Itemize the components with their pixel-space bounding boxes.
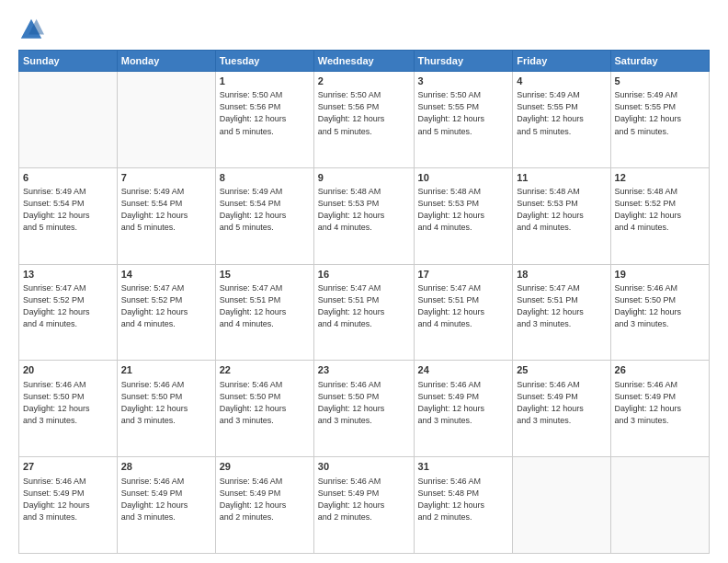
day-info: Sunrise: 5:47 AM Sunset: 5:51 PM Dayligh… bbox=[318, 282, 410, 330]
weekday-header-tuesday: Tuesday bbox=[215, 51, 313, 72]
calendar-week-2: 6Sunrise: 5:49 AM Sunset: 5:54 PM Daylig… bbox=[19, 167, 710, 264]
header bbox=[18, 17, 710, 42]
calendar-cell: 20Sunrise: 5:46 AM Sunset: 5:50 PM Dayli… bbox=[19, 361, 118, 457]
day-info: Sunrise: 5:48 AM Sunset: 5:53 PM Dayligh… bbox=[418, 186, 509, 234]
day-number: 26 bbox=[615, 363, 705, 377]
calendar-cell: 21Sunrise: 5:46 AM Sunset: 5:50 PM Dayli… bbox=[117, 361, 215, 457]
page: SundayMondayTuesdayWednesdayThursdayFrid… bbox=[0, 0, 728, 563]
calendar-cell: 16Sunrise: 5:47 AM Sunset: 5:51 PM Dayli… bbox=[313, 264, 414, 361]
day-number: 11 bbox=[517, 171, 606, 185]
calendar-cell: 11Sunrise: 5:48 AM Sunset: 5:53 PM Dayli… bbox=[513, 167, 610, 264]
day-info: Sunrise: 5:49 AM Sunset: 5:54 PM Dayligh… bbox=[121, 186, 211, 234]
day-number: 27 bbox=[23, 460, 113, 474]
calendar-cell: 12Sunrise: 5:48 AM Sunset: 5:52 PM Dayli… bbox=[610, 167, 709, 264]
day-number: 29 bbox=[220, 460, 310, 474]
logo-icon bbox=[18, 17, 44, 42]
calendar-cell: 23Sunrise: 5:46 AM Sunset: 5:50 PM Dayli… bbox=[313, 361, 414, 457]
day-number: 19 bbox=[615, 268, 705, 282]
day-number: 1 bbox=[220, 75, 310, 88]
day-info: Sunrise: 5:46 AM Sunset: 5:50 PM Dayligh… bbox=[121, 379, 211, 427]
day-number: 24 bbox=[418, 363, 509, 377]
day-info: Sunrise: 5:46 AM Sunset: 5:49 PM Dayligh… bbox=[23, 476, 113, 523]
day-number: 17 bbox=[418, 268, 509, 282]
day-number: 10 bbox=[418, 171, 509, 185]
day-number: 28 bbox=[121, 460, 211, 474]
day-info: Sunrise: 5:46 AM Sunset: 5:50 PM Dayligh… bbox=[615, 282, 705, 330]
logo bbox=[18, 17, 48, 42]
weekday-header-thursday: Thursday bbox=[414, 51, 513, 72]
calendar-cell: 22Sunrise: 5:46 AM Sunset: 5:50 PM Dayli… bbox=[215, 361, 313, 457]
calendar-cell: 2Sunrise: 5:50 AM Sunset: 5:56 PM Daylig… bbox=[313, 72, 414, 168]
calendar-cell: 28Sunrise: 5:46 AM Sunset: 5:49 PM Dayli… bbox=[117, 457, 215, 554]
day-number: 31 bbox=[418, 460, 509, 474]
day-number: 3 bbox=[418, 75, 509, 88]
calendar-cell: 26Sunrise: 5:46 AM Sunset: 5:49 PM Dayli… bbox=[610, 361, 709, 457]
calendar-cell: 19Sunrise: 5:46 AM Sunset: 5:50 PM Dayli… bbox=[610, 264, 709, 361]
day-info: Sunrise: 5:46 AM Sunset: 5:49 PM Dayligh… bbox=[121, 476, 211, 523]
day-info: Sunrise: 5:46 AM Sunset: 5:49 PM Dayligh… bbox=[318, 476, 410, 523]
calendar-cell: 13Sunrise: 5:47 AM Sunset: 5:52 PM Dayli… bbox=[19, 264, 118, 361]
day-number: 21 bbox=[121, 363, 211, 377]
calendar-cell: 4Sunrise: 5:49 AM Sunset: 5:55 PM Daylig… bbox=[513, 72, 610, 168]
weekday-header-monday: Monday bbox=[117, 51, 215, 72]
day-info: Sunrise: 5:46 AM Sunset: 5:49 PM Dayligh… bbox=[220, 476, 310, 523]
calendar-cell: 10Sunrise: 5:48 AM Sunset: 5:53 PM Dayli… bbox=[414, 167, 513, 264]
calendar-week-1: 1Sunrise: 5:50 AM Sunset: 5:56 PM Daylig… bbox=[19, 72, 710, 168]
calendar-cell: 3Sunrise: 5:50 AM Sunset: 5:55 PM Daylig… bbox=[414, 72, 513, 168]
day-number: 8 bbox=[220, 171, 310, 185]
day-info: Sunrise: 5:50 AM Sunset: 5:56 PM Dayligh… bbox=[220, 89, 310, 137]
day-number: 12 bbox=[615, 171, 705, 185]
calendar-cell: 25Sunrise: 5:46 AM Sunset: 5:49 PM Dayli… bbox=[513, 361, 610, 457]
day-number: 13 bbox=[23, 268, 113, 282]
day-info: Sunrise: 5:47 AM Sunset: 5:52 PM Dayligh… bbox=[23, 282, 113, 330]
calendar-cell: 27Sunrise: 5:46 AM Sunset: 5:49 PM Dayli… bbox=[19, 457, 118, 554]
calendar-cell: 14Sunrise: 5:47 AM Sunset: 5:52 PM Dayli… bbox=[117, 264, 215, 361]
day-info: Sunrise: 5:47 AM Sunset: 5:51 PM Dayligh… bbox=[517, 282, 606, 330]
day-number: 9 bbox=[318, 171, 410, 185]
calendar-table: SundayMondayTuesdayWednesdayThursdayFrid… bbox=[18, 50, 710, 554]
calendar-cell: 17Sunrise: 5:47 AM Sunset: 5:51 PM Dayli… bbox=[414, 264, 513, 361]
day-info: Sunrise: 5:46 AM Sunset: 5:50 PM Dayligh… bbox=[220, 379, 310, 427]
day-number: 7 bbox=[121, 171, 211, 185]
calendar-cell: 9Sunrise: 5:48 AM Sunset: 5:53 PM Daylig… bbox=[313, 167, 414, 264]
calendar-cell: 24Sunrise: 5:46 AM Sunset: 5:49 PM Dayli… bbox=[414, 361, 513, 457]
day-info: Sunrise: 5:50 AM Sunset: 5:56 PM Dayligh… bbox=[318, 89, 410, 137]
day-info: Sunrise: 5:46 AM Sunset: 5:49 PM Dayligh… bbox=[418, 379, 509, 427]
calendar-cell bbox=[117, 72, 215, 168]
calendar-cell: 29Sunrise: 5:46 AM Sunset: 5:49 PM Dayli… bbox=[215, 457, 313, 554]
weekday-header-friday: Friday bbox=[513, 51, 610, 72]
day-number: 20 bbox=[23, 363, 113, 377]
calendar-cell bbox=[19, 72, 118, 168]
day-info: Sunrise: 5:48 AM Sunset: 5:53 PM Dayligh… bbox=[318, 186, 410, 234]
calendar-cell: 30Sunrise: 5:46 AM Sunset: 5:49 PM Dayli… bbox=[313, 457, 414, 554]
day-info: Sunrise: 5:46 AM Sunset: 5:48 PM Dayligh… bbox=[418, 476, 509, 523]
day-info: Sunrise: 5:47 AM Sunset: 5:51 PM Dayligh… bbox=[220, 282, 310, 330]
day-number: 25 bbox=[517, 363, 606, 377]
calendar-cell: 8Sunrise: 5:49 AM Sunset: 5:54 PM Daylig… bbox=[215, 167, 313, 264]
calendar-cell: 18Sunrise: 5:47 AM Sunset: 5:51 PM Dayli… bbox=[513, 264, 610, 361]
day-info: Sunrise: 5:48 AM Sunset: 5:53 PM Dayligh… bbox=[517, 186, 606, 234]
calendar-header-row: SundayMondayTuesdayWednesdayThursdayFrid… bbox=[19, 51, 710, 72]
day-info: Sunrise: 5:46 AM Sunset: 5:50 PM Dayligh… bbox=[318, 379, 410, 427]
day-info: Sunrise: 5:48 AM Sunset: 5:52 PM Dayligh… bbox=[615, 186, 705, 234]
calendar-week-3: 13Sunrise: 5:47 AM Sunset: 5:52 PM Dayli… bbox=[19, 264, 710, 361]
day-number: 5 bbox=[615, 75, 705, 88]
calendar-cell: 6Sunrise: 5:49 AM Sunset: 5:54 PM Daylig… bbox=[19, 167, 118, 264]
day-info: Sunrise: 5:49 AM Sunset: 5:55 PM Dayligh… bbox=[615, 89, 705, 137]
day-number: 16 bbox=[318, 268, 410, 282]
calendar-cell: 15Sunrise: 5:47 AM Sunset: 5:51 PM Dayli… bbox=[215, 264, 313, 361]
calendar-cell bbox=[610, 457, 709, 554]
calendar-cell bbox=[513, 457, 610, 554]
day-number: 2 bbox=[318, 75, 410, 88]
day-number: 6 bbox=[23, 171, 113, 185]
day-info: Sunrise: 5:46 AM Sunset: 5:49 PM Dayligh… bbox=[517, 379, 606, 427]
day-info: Sunrise: 5:46 AM Sunset: 5:50 PM Dayligh… bbox=[23, 379, 113, 427]
day-info: Sunrise: 5:49 AM Sunset: 5:54 PM Dayligh… bbox=[23, 186, 113, 234]
day-number: 18 bbox=[517, 268, 606, 282]
calendar-week-5: 27Sunrise: 5:46 AM Sunset: 5:49 PM Dayli… bbox=[19, 457, 710, 554]
day-info: Sunrise: 5:50 AM Sunset: 5:55 PM Dayligh… bbox=[418, 89, 509, 137]
calendar-cell: 1Sunrise: 5:50 AM Sunset: 5:56 PM Daylig… bbox=[215, 72, 313, 168]
day-number: 30 bbox=[318, 460, 410, 474]
calendar-cell: 7Sunrise: 5:49 AM Sunset: 5:54 PM Daylig… bbox=[117, 167, 215, 264]
calendar-cell: 31Sunrise: 5:46 AM Sunset: 5:48 PM Dayli… bbox=[414, 457, 513, 554]
